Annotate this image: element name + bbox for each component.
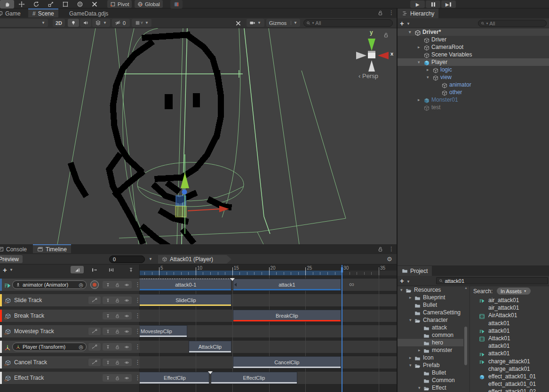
lock-track-button[interactable] <box>115 312 120 320</box>
clip-lane[interactable] <box>140 341 397 353</box>
track-binding-field[interactable]: Player (Transform)◎ <box>12 343 87 351</box>
timeline-clip-lanes[interactable]: attack0-1attack1∞SlideClipBreakClipMoves… <box>140 275 397 392</box>
hierarchy-search-input[interactable] <box>489 21 544 26</box>
grid-snapping-button[interactable] <box>170 0 183 8</box>
track-visibility-button[interactable] <box>124 312 129 320</box>
track-visibility-button[interactable] <box>124 343 129 351</box>
clip-attackclip[interactable]: AttackClip <box>189 341 231 353</box>
project-folder-monster[interactable]: ▸monster <box>398 346 463 354</box>
scene-search-input[interactable] <box>315 20 390 26</box>
collapse-arrow-icon[interactable]: ▸ <box>409 294 412 301</box>
asset-attack01[interactable]: Attack01 <box>470 335 549 342</box>
collapse-arrow-icon[interactable]: ▸ <box>418 346 421 354</box>
asset-attack01[interactable]: attack01 <box>470 327 549 335</box>
asset-attack01[interactable]: attack01 <box>470 350 549 357</box>
effects-dropdown[interactable]: ▼ <box>92 19 110 27</box>
clip-breakclip[interactable]: BreakClip <box>233 310 341 322</box>
lighting-toggle[interactable] <box>68 19 79 27</box>
track-animator-animator[interactable]: animator (Animator)◎⋮ <box>0 279 140 291</box>
expand-arrow-icon[interactable]: ▾ <box>418 384 421 392</box>
track-player-transform[interactable]: Player (Transform)◎⋮ <box>0 341 140 353</box>
panel-menu-icon[interactable]: ⋮ <box>389 246 394 252</box>
hierarchy-item-scene-variables[interactable]: Scene Variables <box>398 51 549 58</box>
track-menu-icon[interactable]: ⋮ <box>135 359 140 366</box>
clip-movestepclip[interactable]: MovestepClip <box>140 325 187 337</box>
project-folder-blueprint[interactable]: ▸Blueprint <box>398 294 463 301</box>
lock-track-button[interactable] <box>115 327 120 336</box>
hierarchy-item-monster01[interactable]: ▸Monster01 <box>398 96 549 104</box>
project-folder-prefab[interactable]: ▾Prefab <box>398 361 463 369</box>
multi-tool-button[interactable] <box>73 0 87 8</box>
gizmo-xy-plane-handle[interactable] <box>176 196 186 206</box>
camera-dropdown[interactable]: ▼ <box>247 19 264 27</box>
frame-dropdown-icon[interactable]: ▼ <box>149 257 152 261</box>
view-lock-icon[interactable] <box>383 32 389 38</box>
tab-game[interactable]: Game <box>0 9 25 18</box>
clip-marker-icon[interactable] <box>230 278 235 281</box>
asset-effect-attack01-02[interactable]: effect_attack01_02 <box>470 388 549 392</box>
timeline-settings-gear-icon[interactable]: ⚙ <box>387 256 392 263</box>
asset-air-attack01[interactable]: air_attack01 <box>470 304 549 312</box>
persp-label[interactable]: ‹ Persp <box>358 72 378 80</box>
track-slide-track[interactable]: Slide Track⋮ <box>0 294 140 306</box>
project-folder-resources[interactable]: ▾Resources <box>398 286 463 294</box>
panel-menu-icon[interactable]: ⋮ <box>389 9 394 16</box>
scrollbar-thumb[interactable] <box>464 327 467 365</box>
expand-arrow-icon[interactable]: ▾ <box>418 58 420 66</box>
hierarchy-item-driver[interactable]: ▾Driver* <box>398 28 549 36</box>
hand-tool-button[interactable] <box>0 0 14 8</box>
marker-track-button[interactable] <box>124 266 137 273</box>
curves-toggle-button[interactable] <box>88 359 101 366</box>
collapse-arrow-icon[interactable]: ▸ <box>427 66 429 73</box>
gizmo-center-dot[interactable] <box>182 190 187 195</box>
grid-visibility-dropdown[interactable]: Y▼ <box>132 19 151 27</box>
mute-pin-button[interactable] <box>105 358 111 367</box>
lock-track-button[interactable] <box>115 374 120 382</box>
collapse-arrow-icon[interactable]: ▸ <box>418 96 420 104</box>
asset-effect-attack01-01[interactable]: effect_attack01_01 <box>470 373 549 380</box>
mute-pin-button[interactable] <box>105 296 111 304</box>
hidden-objects-toggle[interactable]: 0 <box>112 19 130 27</box>
hierarchy-item-test[interactable]: test <box>398 104 549 111</box>
clip-slideclip[interactable]: SlideClip <box>140 294 231 306</box>
project-folder-character[interactable]: ▾Character <box>398 316 463 324</box>
preview-toggle[interactable]: Preview <box>0 255 23 263</box>
clip-cancelclip[interactable]: CancelClip <box>233 356 341 368</box>
curves-toggle-button[interactable] <box>88 343 101 351</box>
step-button[interactable]: ▶ <box>441 0 456 8</box>
track-menu-icon[interactable]: ⋮ <box>135 296 140 304</box>
lock-track-button[interactable] <box>115 296 120 304</box>
tab-project[interactable]: Project <box>398 266 432 276</box>
ripple-mode-button[interactable] <box>88 266 101 273</box>
create-object-button[interactable]: + <box>400 19 404 27</box>
expand-arrow-icon[interactable]: ▾ <box>409 361 412 369</box>
rotate-tool-button[interactable] <box>29 0 43 8</box>
mix-mode-button[interactable] <box>71 266 84 273</box>
asset-attack01[interactable]: attack01 <box>470 320 549 327</box>
play-button[interactable]: ▶ <box>410 0 425 8</box>
project-folder-bullet[interactable]: Bullet <box>398 369 463 376</box>
asset-effect-attack01-01[interactable]: effect_attack01_01 <box>470 380 549 388</box>
track-menu-icon[interactable]: ⋮ <box>135 281 140 288</box>
project-folder-bullet[interactable]: Bullet <box>398 301 463 309</box>
project-folder-hero[interactable]: hero <box>398 339 463 346</box>
toggle-2d[interactable]: 2D <box>53 19 65 27</box>
track-menu-icon[interactable]: ⋮ <box>135 312 140 320</box>
track-effect-track[interactable]: Effect Track⋮ <box>0 372 140 384</box>
track-visibility-button[interactable] <box>124 358 129 367</box>
track-cancel-track[interactable]: Cancel Track⋮ <box>0 356 140 368</box>
project-tree-scrollbar[interactable]: ▲ <box>464 286 468 392</box>
project-folder-camerasetting[interactable]: CameraSetting <box>398 309 463 316</box>
asset-charge-attack01[interactable]: charge_attack01 <box>470 358 549 365</box>
add-track-button[interactable]: + <box>3 266 7 274</box>
hierarchy-item-other[interactable]: other <box>398 88 549 96</box>
global-toggle[interactable]: Global <box>135 0 163 8</box>
asset-air-attack01[interactable]: air_attack01 <box>470 296 549 304</box>
view-orientation-gizmo[interactable] <box>356 39 389 72</box>
project-search[interactable] <box>436 277 548 284</box>
mute-pin-button[interactable] <box>105 374 111 382</box>
collapse-arrow-icon[interactable]: ▸ <box>409 354 412 361</box>
object-picker-icon[interactable]: ◎ <box>79 344 83 350</box>
record-button[interactable] <box>90 280 99 289</box>
project-search-input[interactable] <box>445 278 545 284</box>
